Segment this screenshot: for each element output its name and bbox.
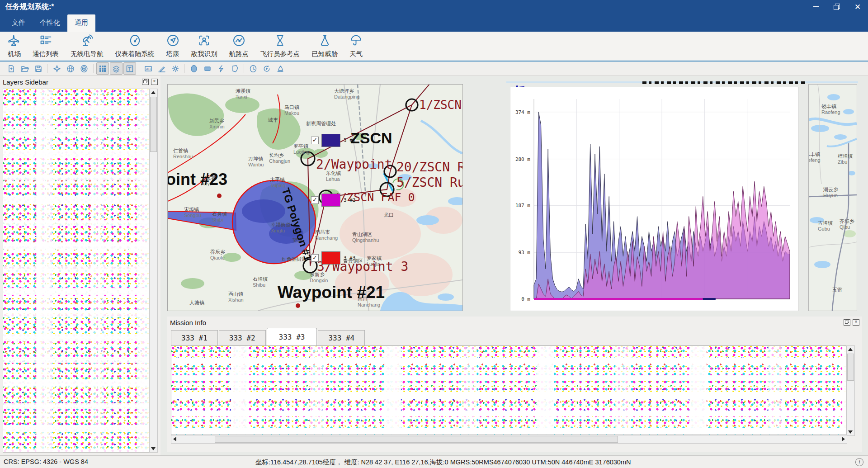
scroll-down-arrow[interactable] <box>847 429 854 435</box>
mission-tab-4[interactable]: 333 #4 <box>318 330 365 345</box>
scroll-down-arrow[interactable] <box>150 445 156 452</box>
grid-icon <box>99 65 107 73</box>
save-button[interactable] <box>32 62 45 75</box>
mission-table-redacted[interactable] <box>171 345 847 435</box>
mission-hscrollbar[interactable] <box>171 435 847 444</box>
time-button[interactable] <box>247 62 259 75</box>
measure-button[interactable] <box>156 62 168 75</box>
legend-row-2: ✓ 3 #2 <box>311 194 356 207</box>
layers-sidebar: Layers Sidebar × <box>0 76 160 455</box>
mission-tab-1[interactable]: 333 #1 <box>171 330 218 345</box>
close-icon: ✕ <box>854 3 861 11</box>
mission-close-button[interactable]: × <box>853 319 859 326</box>
minimap-place-label: 饶丰镇 <box>821 104 836 109</box>
grid-button[interactable] <box>96 62 109 75</box>
replay-icon <box>263 65 271 73</box>
restore-button[interactable] <box>826 0 847 14</box>
ribbon-radio-nav[interactable]: 无线电导航 <box>65 33 109 59</box>
ribbon-iff[interactable]: 敌我识别 <box>185 33 223 59</box>
ribbon-known-threats[interactable]: 已知威胁 <box>306 33 344 59</box>
legend-checkbox-3[interactable]: ✓ <box>311 254 319 262</box>
elevation-profile-chart: 374 m280 m187 m93 m0 m <box>510 87 797 310</box>
toolbar-separator <box>244 64 244 73</box>
open-button[interactable] <box>19 62 31 75</box>
minimap-view[interactable]: 饶丰镇Raofeng乐丰镇Lefeng梓埠镇Zibu湖云乡Huyun古埠镇Gub… <box>808 84 857 311</box>
draw-rectangle-button[interactable] <box>201 62 214 75</box>
replay-button[interactable] <box>260 62 273 75</box>
map-place-label-en: Wanbu <box>248 162 264 167</box>
layers-sidebar-header: Layers Sidebar × <box>0 76 160 88</box>
layers-tree-redacted[interactable] <box>3 89 149 453</box>
map-place-label: 南昌市 <box>315 229 330 235</box>
coordinates-status: 坐标:116.4547,28.7105经度， 维度: N28 42 37, E1… <box>255 458 631 467</box>
scroll-right-arrow[interactable] <box>840 435 847 442</box>
sidebar-close-button[interactable]: × <box>151 79 158 85</box>
label-ab-button[interactable]: AB <box>142 62 155 75</box>
y-axis-tick: 187 m <box>515 203 530 208</box>
waypoint-label: 1/ZSCN <box>419 98 462 112</box>
menu-tab-file[interactable]: 文件 <box>5 14 33 32</box>
y-axis-tick: 0 m <box>521 296 530 302</box>
map-place-label: 滩溪镇 <box>236 88 250 94</box>
menu-tab-general[interactable]: 通用 <box>67 14 95 32</box>
ribbon-tacan[interactable]: 塔康 <box>160 33 185 59</box>
new-file-button[interactable] <box>5 62 18 75</box>
map-place-label: 马口镇 <box>284 104 299 110</box>
settings-button[interactable] <box>169 62 182 75</box>
restore-icon <box>834 5 839 10</box>
ribbon-pilot-ref[interactable]: 飞行员参考点 <box>255 33 306 59</box>
text-tool-button[interactable] <box>123 62 136 75</box>
mission-vscrollbar[interactable] <box>846 345 855 436</box>
map-place-label-en: Makou <box>284 110 299 116</box>
scroll-up-arrow[interactable] <box>847 346 854 353</box>
ribbon-waypoints[interactable]: 航路点 <box>223 33 255 59</box>
minimap-place-label-en: Lefeng <box>809 157 821 163</box>
map-place-label-en: Changjun <box>269 158 290 164</box>
mission-tabs: 333 #1 333 #2 333 #3 333 #4 <box>171 328 366 345</box>
mission-tab-3[interactable]: 333 #3 <box>267 328 317 346</box>
pilot-ref-icon <box>274 34 287 49</box>
poi-dot[interactable] <box>296 303 300 308</box>
globe-button[interactable] <box>64 62 77 75</box>
map-place-label: 人塘镇 <box>189 300 204 305</box>
sidebar-scrollbar[interactable] <box>149 89 158 453</box>
scroll-left-arrow[interactable] <box>171 435 178 442</box>
ribbon-weather[interactable]: 天气 <box>344 33 368 59</box>
target-button[interactable] <box>78 62 90 75</box>
scroll-thumb[interactable] <box>215 436 618 443</box>
quick-toolbar: AB <box>0 61 868 76</box>
draw-ellipse-button[interactable] <box>188 62 200 75</box>
legend-checkbox-2[interactable]: ✓ <box>311 196 319 204</box>
toolbar-separator <box>184 64 185 73</box>
scroll-thumb[interactable] <box>150 97 157 152</box>
minimize-button[interactable] <box>806 0 826 14</box>
legend-label-1: 3 #1 <box>344 137 356 143</box>
menu-tab-personalize[interactable]: 个性化 <box>33 14 67 32</box>
minimap-place-label: 湖云乡 <box>823 187 838 192</box>
ribbon-comm-list[interactable]: 通信列表 <box>27 33 65 59</box>
draw-polygon-button[interactable] <box>228 62 241 75</box>
info-icon[interactable]: i <box>855 458 863 466</box>
mission-tab-2[interactable]: 333 #2 <box>219 330 266 345</box>
layers-button[interactable] <box>110 62 123 75</box>
sidebar-float-button[interactable] <box>142 79 149 85</box>
target-icon <box>80 65 88 73</box>
map-place-label-en: Qingshanhu <box>352 237 379 243</box>
legend-row-1: ✓ 3 #1 <box>311 134 356 147</box>
legend-checkbox-1[interactable]: ✓ <box>311 137 319 144</box>
map-annotation: Waypoint #21 <box>278 283 385 302</box>
poi-dot[interactable] <box>217 194 222 198</box>
draw-line-button[interactable] <box>215 62 227 75</box>
layers-icon <box>112 65 120 73</box>
crs-status[interactable]: CRS: EPSG: 4326 - WGS 84 <box>4 458 88 465</box>
scroll-thumb[interactable] <box>847 354 854 381</box>
map-place-label-en: Shibi <box>212 217 223 222</box>
ribbon-airport[interactable]: 机场 <box>2 33 27 59</box>
terrain-button[interactable] <box>274 62 287 75</box>
scroll-up-arrow[interactable] <box>150 89 156 96</box>
ribbon-ils[interactable]: 仪表着陆系统 <box>109 33 160 59</box>
close-button[interactable]: ✕ <box>847 0 868 14</box>
map-place-label-en: Tanxi <box>236 94 247 99</box>
aircraft-button[interactable] <box>51 62 63 75</box>
mission-float-button[interactable] <box>844 319 850 326</box>
